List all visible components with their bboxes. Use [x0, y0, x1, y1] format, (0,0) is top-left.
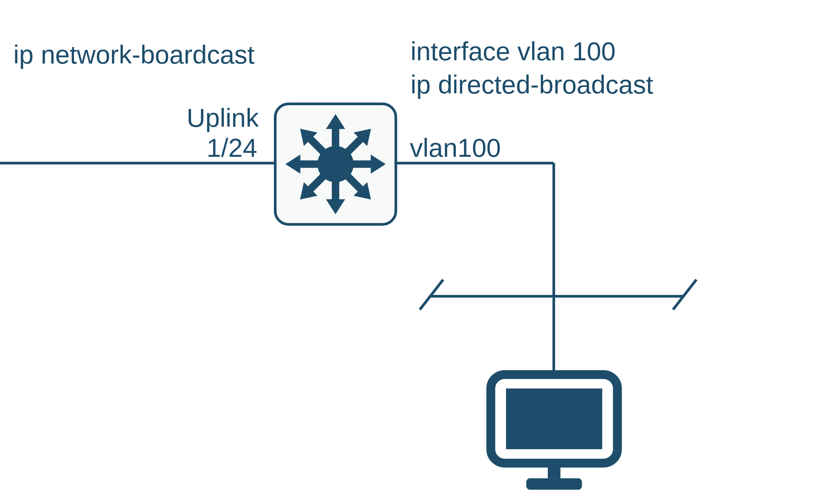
- bus-end-left: [420, 280, 443, 310]
- uplink-port-label: 1/24: [207, 133, 257, 163]
- diagram-canvas: ip network-boardcast interface vlan 100 …: [0, 0, 817, 504]
- svg-rect-3: [332, 177, 339, 201]
- wires-layer: [0, 0, 817, 504]
- svg-rect-1: [332, 127, 339, 151]
- svg-marker-6: [286, 154, 301, 174]
- svg-marker-4: [326, 199, 345, 214]
- svg-rect-7: [348, 160, 373, 168]
- svg-rect-20: [526, 478, 582, 490]
- svg-marker-2: [326, 114, 345, 129]
- right-command-line2: ip directed-broadcast: [410, 70, 653, 100]
- workstation-icon: [482, 370, 626, 496]
- svg-marker-8: [371, 154, 386, 174]
- svg-rect-19: [548, 464, 560, 478]
- switch-arrows-icon: [282, 111, 389, 217]
- bus-end-right: [673, 280, 696, 310]
- svg-rect-5: [298, 160, 323, 168]
- vlan-label: vlan100: [410, 133, 501, 163]
- l3-switch: [274, 103, 397, 226]
- right-command-line1: interface vlan 100: [410, 37, 616, 67]
- uplink-label: Uplink: [186, 103, 259, 133]
- left-command-label: ip network-boardcast: [13, 40, 255, 70]
- svg-rect-18: [506, 388, 602, 449]
